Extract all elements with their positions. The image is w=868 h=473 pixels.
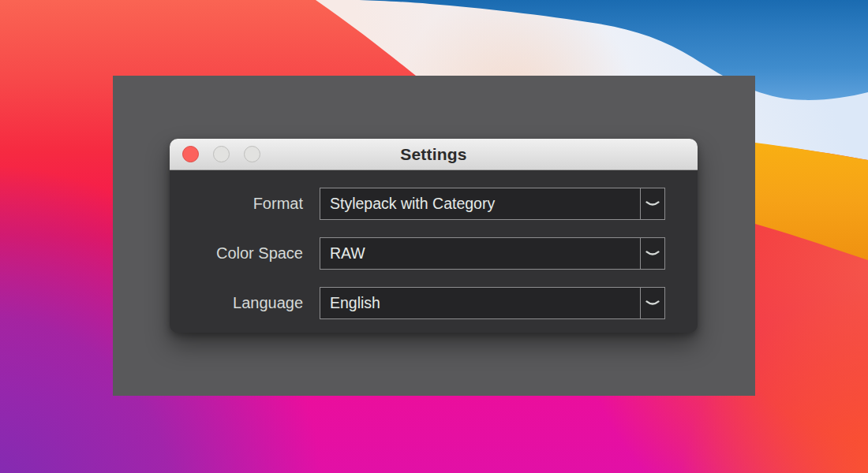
- language-row: Language English: [170, 287, 665, 319]
- settings-form: Format Stylepack with Category Color Spa…: [170, 170, 698, 331]
- color-space-value: RAW: [320, 244, 640, 263]
- format-label: Format: [170, 195, 320, 213]
- chevron-down-icon: [640, 288, 664, 318]
- color-space-dropdown[interactable]: RAW: [320, 237, 665, 270]
- language-value: English: [320, 294, 640, 312]
- color-space-label: Color Space: [170, 244, 320, 263]
- format-dropdown[interactable]: Stylepack with Category: [320, 188, 665, 220]
- chevron-down-icon: [640, 188, 664, 219]
- chevron-down-icon: [640, 238, 664, 269]
- close-button[interactable]: [182, 146, 199, 162]
- desktop: Settings Format Stylepack with Category …: [0, 0, 868, 473]
- minimize-button[interactable]: [213, 146, 230, 162]
- zoom-button[interactable]: [244, 146, 260, 162]
- language-label: Language: [170, 294, 320, 312]
- titlebar[interactable]: Settings: [170, 139, 698, 170]
- settings-window: Settings Format Stylepack with Category …: [170, 139, 698, 333]
- language-dropdown[interactable]: English: [320, 287, 665, 319]
- format-value: Stylepack with Category: [320, 195, 640, 213]
- format-row: Format Stylepack with Category: [170, 188, 665, 220]
- window-title: Settings: [400, 145, 466, 164]
- color-space-row: Color Space RAW: [170, 237, 665, 270]
- traffic-lights: [182, 139, 260, 169]
